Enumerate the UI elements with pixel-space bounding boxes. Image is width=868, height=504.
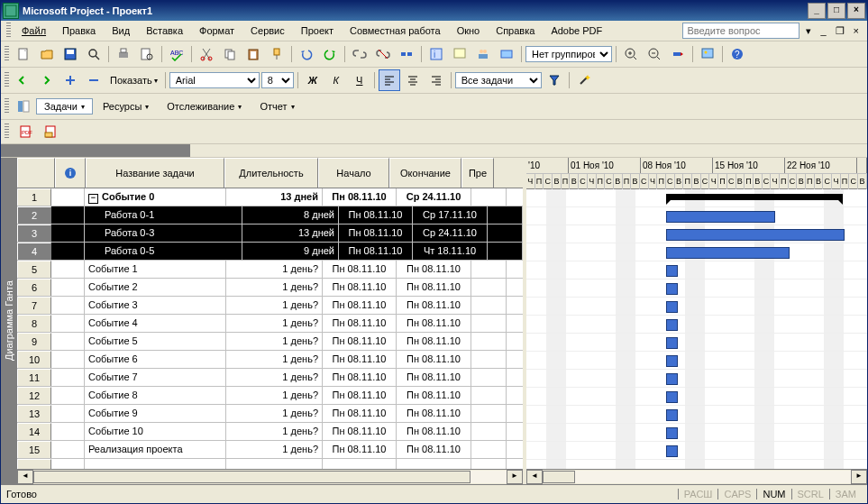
pdf-mail-icon[interactable] bbox=[40, 121, 61, 142]
undo-button[interactable] bbox=[296, 43, 317, 65]
col-name[interactable]: Название задачи bbox=[86, 158, 224, 188]
cell-name[interactable]: Событие 3 bbox=[85, 297, 226, 314]
cell-start[interactable]: Пн 08.11.10 bbox=[323, 297, 397, 314]
task-row[interactable]: 2Работа 0-18 днейПн 08.11.10Ср 17.11.10 bbox=[17, 206, 523, 225]
new-button[interactable] bbox=[13, 43, 34, 65]
maximize-button[interactable]: □ bbox=[827, 3, 845, 19]
cell-name[interactable]: −Событие 0 bbox=[85, 188, 226, 206]
cell-name[interactable]: Событие 6 bbox=[85, 351, 226, 368]
cell-start[interactable]: Пн 08.11.10 bbox=[339, 243, 413, 260]
print-button[interactable] bbox=[113, 43, 134, 65]
gantt-row[interactable] bbox=[526, 189, 867, 207]
info-button[interactable]: i bbox=[425, 43, 447, 65]
gantt-row[interactable] bbox=[526, 225, 867, 243]
split-button[interactable] bbox=[396, 43, 417, 65]
align-right-button[interactable] bbox=[425, 69, 447, 91]
font-size-combo[interactable]: 8 bbox=[261, 72, 294, 88]
cell-info[interactable] bbox=[51, 441, 85, 458]
menu-service[interactable]: Сервис bbox=[243, 23, 292, 38]
task-row[interactable]: 3Работа 0-313 днейПн 08.11.10Ср 24.11.10 bbox=[17, 225, 523, 243]
cell-name[interactable]: Работа 0-1 bbox=[85, 206, 242, 224]
notes-button[interactable] bbox=[449, 43, 471, 65]
cut-button[interactable] bbox=[196, 43, 217, 65]
gantt-row[interactable] bbox=[526, 207, 867, 225]
help-dropdown[interactable]: ▾ bbox=[803, 25, 814, 37]
print-preview-button[interactable] bbox=[136, 43, 158, 65]
task-row[interactable]: 8Событие 41 день?Пн 08.11.10Пн 08.11.10 bbox=[17, 315, 523, 333]
row-number[interactable]: 1 bbox=[17, 188, 51, 206]
cell-end[interactable]: Пн 08.11.10 bbox=[397, 369, 471, 386]
menu-edit[interactable]: Правка bbox=[55, 23, 103, 38]
cell-info[interactable] bbox=[51, 297, 85, 314]
scroll-track[interactable] bbox=[543, 471, 851, 483]
cell-pred[interactable] bbox=[471, 279, 507, 296]
row-number[interactable]: 2 bbox=[17, 206, 51, 224]
row-number[interactable]: 14 bbox=[17, 423, 51, 440]
col-info[interactable]: i bbox=[55, 158, 86, 188]
grid-hscroll[interactable]: ◄ ► bbox=[17, 469, 523, 484]
cell-duration[interactable]: 9 дней bbox=[242, 243, 339, 260]
unlink-button[interactable] bbox=[372, 43, 394, 65]
zoom-in-button[interactable] bbox=[620, 43, 642, 65]
row-number[interactable]: 7 bbox=[17, 297, 51, 314]
scroll-track[interactable] bbox=[33, 471, 507, 483]
menu-adobe[interactable]: Adobe PDF bbox=[544, 23, 609, 38]
font-combo[interactable]: Arial bbox=[169, 72, 260, 88]
filter-combo[interactable]: Все задачи bbox=[455, 72, 542, 88]
cell-duration[interactable]: 1 день? bbox=[226, 261, 323, 278]
cell-name[interactable]: Работа 0-5 bbox=[85, 243, 242, 260]
task-row[interactable]: 10Событие 61 день?Пн 08.11.10Пн 08.11.10 bbox=[17, 351, 523, 369]
row-number[interactable]: 12 bbox=[17, 387, 51, 404]
row-number[interactable]: 15 bbox=[17, 441, 51, 458]
hide-subtasks-button[interactable] bbox=[83, 69, 105, 91]
gantt-row[interactable] bbox=[526, 352, 867, 370]
copy-button[interactable] bbox=[219, 43, 241, 65]
row-number[interactable]: 3 bbox=[17, 225, 51, 242]
cell-duration[interactable]: 1 день? bbox=[226, 315, 323, 332]
underline-button[interactable]: Ч bbox=[349, 69, 370, 91]
task-bar[interactable] bbox=[666, 283, 678, 295]
gantt-row[interactable] bbox=[526, 334, 867, 352]
cell-start[interactable]: Пн 08.11.10 bbox=[323, 333, 397, 350]
task-row[interactable]: 15Реализация проекта1 день?Пн 08.11.10Пн… bbox=[17, 441, 523, 459]
report-view-button[interactable]: Отчет▾ bbox=[251, 98, 302, 115]
cell-start[interactable]: Пн 08.11.10 bbox=[323, 387, 397, 404]
cell-info[interactable] bbox=[51, 243, 85, 260]
cell-end[interactable]: Пн 08.11.10 bbox=[397, 351, 471, 368]
cell-pred[interactable] bbox=[471, 441, 507, 458]
cell-name[interactable]: Событие 9 bbox=[85, 405, 226, 422]
col-rownum[interactable] bbox=[17, 158, 55, 188]
cell-pred[interactable] bbox=[488, 225, 523, 242]
help-button[interactable]: ? bbox=[726, 43, 748, 65]
gantt-row[interactable] bbox=[526, 298, 867, 316]
scroll-left-button[interactable]: ◄ bbox=[526, 470, 543, 484]
task-row[interactable]: 5Событие 11 день?Пн 08.11.10Пн 08.11.10 bbox=[17, 261, 523, 279]
link-button[interactable] bbox=[349, 43, 370, 65]
task-bar[interactable] bbox=[666, 247, 790, 259]
cell-duration[interactable]: 1 день? bbox=[226, 405, 323, 422]
cell-end[interactable]: Пн 08.11.10 bbox=[397, 315, 471, 332]
task-bar[interactable] bbox=[666, 319, 678, 331]
cell-name[interactable]: Событие 7 bbox=[85, 369, 226, 386]
outline-toggle[interactable]: − bbox=[88, 194, 98, 204]
cell-name[interactable]: Событие 5 bbox=[85, 333, 226, 350]
cell-duration[interactable]: 13 дней bbox=[226, 188, 323, 206]
zoom-out-button[interactable] bbox=[644, 43, 665, 65]
cell-duration[interactable]: 1 день? bbox=[226, 387, 323, 404]
cell-info[interactable] bbox=[51, 188, 85, 206]
cell-end[interactable]: Пн 08.11.10 bbox=[397, 405, 471, 422]
cell-info[interactable] bbox=[51, 459, 85, 469]
cell-duration[interactable]: 13 дней bbox=[242, 225, 339, 242]
cell-end[interactable] bbox=[397, 459, 471, 469]
tracking-view-button[interactable]: Отслеживание▾ bbox=[159, 98, 250, 115]
task-bar[interactable] bbox=[666, 337, 678, 349]
minimize-button[interactable]: _ bbox=[808, 3, 826, 19]
cell-info[interactable] bbox=[51, 351, 85, 368]
scroll-left-button[interactable]: ◄ bbox=[17, 470, 33, 484]
col-start[interactable]: Начало bbox=[318, 158, 389, 188]
indent-button[interactable] bbox=[36, 69, 58, 91]
row-number[interactable]: 8 bbox=[17, 315, 51, 332]
gantt-row[interactable] bbox=[526, 406, 867, 424]
cell-start[interactable]: Пн 08.11.10 bbox=[323, 188, 397, 206]
cell-end[interactable]: Пн 08.11.10 bbox=[397, 441, 471, 458]
